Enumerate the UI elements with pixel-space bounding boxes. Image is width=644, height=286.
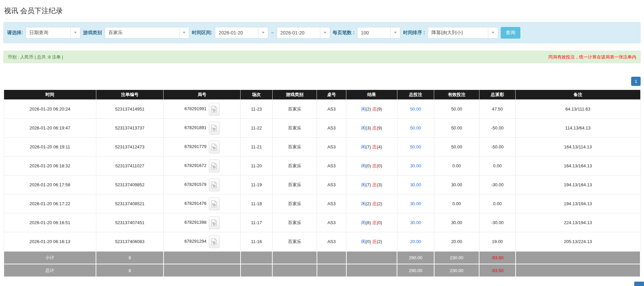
video-file-icon: [211, 238, 217, 245]
cell-payout: -30.00: [479, 175, 515, 194]
cell-total-bet: 20.00: [397, 232, 434, 252]
cell-round-id: 678291476: [164, 194, 241, 213]
table-row: 2026-01-20 06:20:24 523137414951 6782919…: [4, 100, 640, 119]
cell-table-id: AS3: [317, 100, 346, 119]
cell-bet-id: 523137409852: [96, 175, 164, 194]
page-size-value: 100: [357, 27, 390, 38]
cell-table-id: AS3: [317, 157, 346, 175]
summary-label-cell: 总计: [4, 264, 96, 277]
game-type-label: 游戏类别: [83, 30, 102, 36]
search-button[interactable]: 查询: [501, 27, 520, 39]
chevron-down-icon: [70, 27, 80, 38]
summary-empty-cell: [164, 264, 241, 277]
cell-round-id: 678291779: [164, 138, 241, 157]
time-sort-label: 时间排序 :: [403, 30, 425, 36]
total-bet-link[interactable]: 30.00: [410, 201, 421, 206]
player-result: 闲(2): [361, 201, 371, 206]
cell-remark: 194.13/164.13: [516, 175, 640, 194]
cell-time: 2026-01-20 06:17:58: [4, 175, 96, 194]
cell-total-bet: 50.00: [397, 138, 434, 157]
player-result: 闲(0): [361, 163, 371, 168]
video-file-icon: [211, 162, 217, 170]
total-bet-link[interactable]: 50.00: [410, 144, 421, 149]
game-type-select[interactable]: 百家乐: [105, 27, 189, 39]
video-replay-button[interactable]: [209, 178, 220, 191]
total-bet-link[interactable]: 50.00: [410, 125, 421, 130]
cell-bet-id: 523137406083: [96, 232, 164, 252]
cell-result: 闲(0)庄(0): [346, 157, 397, 175]
cell-payout: 0.00: [479, 157, 515, 175]
table-row: 2026-01-20 06:17:58 523137409852 6782915…: [4, 175, 640, 194]
cell-bet-id: 523137413737: [96, 119, 164, 138]
cell-table-id: AS3: [317, 175, 346, 194]
pagination-page-1[interactable]: 1: [631, 77, 641, 86]
date-to-input[interactable]: 2026-01-20: [277, 27, 330, 39]
video-replay-button[interactable]: [209, 197, 220, 210]
video-replay-button[interactable]: [209, 141, 220, 153]
cell-remark: 205.13/224.13: [516, 232, 640, 252]
table-header-row: 时间 注单编号 局号 场次 游戏类别 桌号 结果 总投注 有效投注 总派彩 备注: [4, 90, 640, 100]
cell-payout: -30.00: [479, 213, 515, 232]
page: 视讯 会员下注纪录 请选择: 日期查询 游戏类别 百家乐 时间区间: 2026-…: [0, 6, 644, 277]
cell-valid-bet: 50.00: [434, 138, 479, 157]
chevron-down-icon: [488, 27, 498, 38]
total-bet-link[interactable]: 30.00: [410, 220, 421, 225]
summary-empty-cell: [164, 251, 241, 264]
table-row: 2026-01-20 06:18:32 523137411027 6782916…: [4, 157, 640, 175]
page-size-select[interactable]: 100: [357, 27, 400, 39]
total-bet-link[interactable]: 30.00: [410, 163, 421, 168]
summary-empty-cell: [272, 264, 317, 277]
video-replay-button[interactable]: [209, 103, 220, 116]
pagination-page-1-bottom[interactable]: [634, 282, 644, 286]
column-header-bet-id: 注单编号: [96, 90, 164, 100]
cell-result: 闲(8)庄(0): [346, 213, 397, 232]
cell-remark: 164.13/164.13: [516, 157, 640, 175]
cell-round-id: 678291398: [164, 213, 241, 232]
cell-bet-id: 523137411027: [96, 157, 164, 175]
cell-valid-bet: 30.00: [434, 213, 479, 232]
column-header-time: 时间: [4, 90, 96, 100]
summary-total-bet-cell: 290.00: [397, 251, 434, 264]
round-id-text: 678291891: [184, 125, 206, 130]
cell-session: 11-16: [241, 232, 272, 252]
cell-valid-bet: 50.00: [434, 119, 479, 138]
cell-game-type: 百家乐: [272, 157, 317, 175]
cell-valid-bet: 30.00: [434, 175, 479, 194]
summary-remark-cell: [516, 264, 640, 277]
date-from-input[interactable]: 2026-01-20: [215, 27, 268, 39]
player-result: 闲(3): [361, 125, 371, 130]
cell-session: 11-20: [241, 157, 272, 175]
summary-empty-cell: [346, 251, 397, 264]
video-replay-button[interactable]: [209, 216, 220, 229]
cell-round-id: 678291294: [164, 232, 241, 252]
video-replay-button[interactable]: [209, 160, 220, 172]
video-replay-button[interactable]: [209, 122, 220, 135]
time-sort-select[interactable]: 降冪(由大到小): [428, 27, 498, 39]
cell-result: 闲(2)庄(9): [346, 100, 397, 119]
summary-empty-cell: [346, 264, 397, 277]
column-header-game-type: 游戏类别: [272, 90, 317, 100]
summary-payout-cell: -93.50: [479, 251, 515, 264]
cell-valid-bet: 0.00: [434, 157, 479, 175]
cell-valid-bet: 0.00: [434, 194, 479, 213]
query-type-label: 请选择:: [7, 30, 23, 36]
cell-remark: 114.13/64.13: [516, 119, 640, 138]
round-id-text: 678291476: [184, 201, 206, 206]
date-from-value: 2026-01-20: [215, 27, 258, 38]
banker-result: 庄(0): [372, 220, 382, 225]
chevron-down-icon: [179, 27, 189, 38]
query-type-select[interactable]: 日期查询: [26, 27, 80, 39]
cell-bet-id: 523137407451: [96, 213, 164, 232]
summary-count-cell: 8: [96, 264, 164, 277]
video-replay-button[interactable]: [209, 235, 220, 248]
player-result: 闲(7): [361, 144, 371, 149]
cell-round-id: 678291891: [164, 119, 241, 138]
cell-game-type: 百家乐: [272, 213, 317, 232]
cell-remark: 164.13/114.13: [516, 138, 640, 157]
table-row: 2026-01-20 06:17:22 523137408521 6782914…: [4, 194, 640, 213]
total-bet-link[interactable]: 30.00: [410, 182, 421, 187]
total-bet-link[interactable]: 20.00: [410, 239, 421, 244]
player-result: 闲(7): [361, 182, 371, 187]
total-bet-link[interactable]: 50.00: [410, 106, 421, 112]
chevron-down-icon: [258, 27, 268, 38]
